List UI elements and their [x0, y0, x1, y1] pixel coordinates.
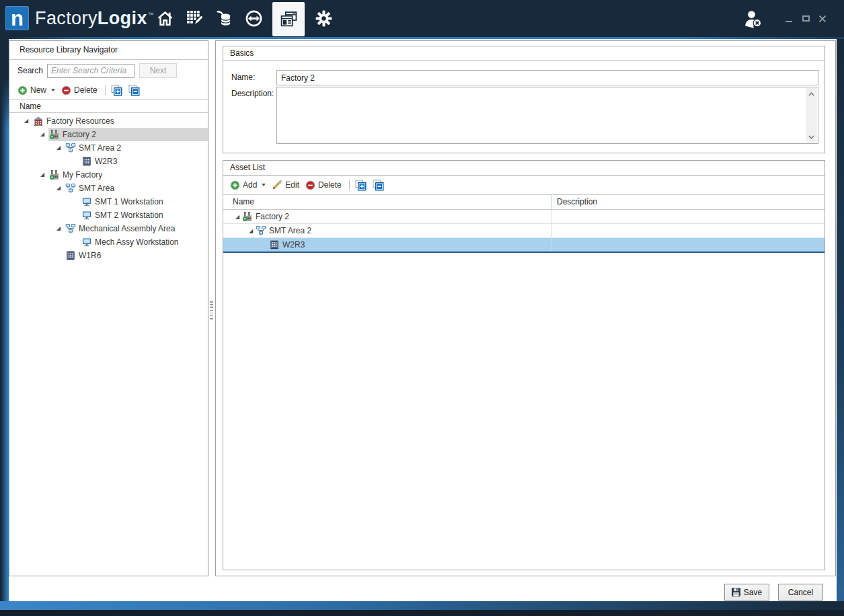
- maximize-button[interactable]: [801, 12, 810, 26]
- delete-minus-icon: [305, 180, 315, 190]
- tree-item-content: Factory 2: [48, 128, 208, 141]
- collapse-all-button[interactable]: [373, 180, 384, 191]
- edit-button[interactable]: Edit: [272, 180, 299, 190]
- delete-minus-icon: [61, 85, 71, 95]
- tree-expander-icon[interactable]: ◢: [246, 228, 256, 234]
- scroll-down-button[interactable]: [806, 131, 817, 143]
- window-border-left: [0, 39, 9, 601]
- asset-row-factory-2[interactable]: ◢Factory 2: [223, 210, 824, 224]
- tree-item-my-factory[interactable]: ◢My Factory: [9, 168, 208, 182]
- tree-expander-icon[interactable]: ◢: [52, 182, 65, 195]
- area-icon: [65, 223, 76, 234]
- nav-home-button[interactable]: [154, 2, 176, 36]
- new-button[interactable]: New: [17, 85, 55, 95]
- cancel-button-label: Cancel: [788, 588, 813, 597]
- tree-expander-icon[interactable]: ◢: [233, 214, 242, 220]
- nav-materials-button[interactable]: [213, 2, 235, 36]
- tree-item-content: Factory Resources: [32, 114, 208, 128]
- tree-item-label: Factory 2: [63, 130, 96, 139]
- tree-expander-icon[interactable]: ◢: [52, 222, 65, 235]
- tree-expander-icon[interactable]: ◢: [36, 128, 48, 141]
- tree-item-w2r3[interactable]: W2R3: [9, 155, 208, 168]
- tree-item-smt-1-workstation[interactable]: SMT 1 Workstation: [9, 195, 208, 208]
- tree-item-content: My Factory: [48, 168, 208, 182]
- nav-settings-button[interactable]: [313, 2, 334, 36]
- tree-item-mech-assy-workstation[interactable]: Mech Assy Workstation: [9, 235, 208, 249]
- asset-name-label: Factory 2: [256, 212, 289, 221]
- asset-name-cell: W2R3: [223, 238, 552, 252]
- asset-name-label: W2R3: [282, 240, 305, 249]
- delete-button[interactable]: Delete: [61, 85, 98, 95]
- tree-indent: [9, 188, 52, 189]
- tree-item-mechanical-assembly-area[interactable]: ◢Mechanical Assembly Area: [9, 222, 208, 235]
- tree-item-content: SMT Area 2: [65, 141, 208, 155]
- design-icon: [186, 9, 204, 28]
- tree-item-content: SMT Area: [65, 182, 208, 195]
- logo-letter: n: [11, 8, 24, 29]
- asset-row-smt-area-2[interactable]: ◢SMT Area 2: [223, 224, 824, 238]
- save-button-label: Save: [744, 588, 762, 597]
- delete-button[interactable]: Delete: [305, 180, 342, 190]
- resources-icon: [280, 10, 298, 28]
- nav-resources-button[interactable]: [272, 2, 305, 36]
- machine-icon: [65, 250, 76, 261]
- column-header-name[interactable]: Name: [223, 195, 552, 209]
- tree-expander-icon[interactable]: ◢: [36, 168, 48, 182]
- tree-item-smt-area[interactable]: ◢SMT Area: [9, 182, 208, 195]
- window-border-right: [837, 39, 844, 601]
- nav-design-button[interactable]: [184, 2, 205, 36]
- column-header-description[interactable]: Description: [552, 195, 824, 209]
- app-title: FactoryLogix™: [35, 0, 154, 37]
- building-icon: [33, 116, 44, 126]
- tree-column-header[interactable]: Name: [9, 99, 208, 113]
- tree-item-smt-area-2[interactable]: ◢SMT Area 2: [9, 141, 208, 155]
- name-field[interactable]: [276, 70, 818, 85]
- user-logout-icon[interactable]: [743, 9, 763, 28]
- titlebar: n FactoryLogix™: [0, 0, 844, 37]
- basics-title: Basics: [223, 46, 824, 61]
- scroll-up-button[interactable]: [806, 88, 817, 100]
- collapse-all-button[interactable]: [128, 85, 140, 96]
- tree-expander-icon[interactable]: ◢: [20, 114, 32, 128]
- collapse-all-icon: [373, 180, 384, 191]
- tree-indent: [9, 175, 36, 176]
- panel-splitter[interactable]: [210, 301, 213, 319]
- content-area: Resource Library Navigator Search Next N…: [9, 39, 837, 601]
- description-field[interactable]: [276, 87, 818, 144]
- asset-row-w2r3[interactable]: W2R3: [223, 238, 824, 253]
- asset-name-label: SMT Area 2: [269, 226, 311, 235]
- search-input[interactable]: [47, 64, 135, 78]
- save-button[interactable]: Save: [724, 584, 769, 601]
- asset-description-cell: [552, 210, 824, 223]
- area-icon: [256, 225, 266, 236]
- tree-indent: [9, 229, 52, 229]
- tree-item-label: Mechanical Assembly Area: [79, 224, 175, 233]
- tree-indent: [9, 242, 69, 243]
- nav-production-button[interactable]: [243, 2, 264, 36]
- navigator-toolbar: New Delete: [9, 81, 208, 99]
- asset-name-cell: ◢SMT Area 2: [223, 224, 552, 237]
- tree-item-factory-2[interactable]: ◢Factory 2: [9, 128, 208, 141]
- tree-indent: [9, 215, 69, 216]
- settings-icon: [315, 9, 333, 28]
- cancel-button[interactable]: Cancel: [778, 584, 823, 601]
- expand-all-button[interactable]: [355, 180, 367, 191]
- tree-item-factory-resources[interactable]: ◢Factory Resources: [9, 114, 208, 128]
- tree-item-w1r6[interactable]: W1R6: [9, 249, 208, 262]
- minimize-button[interactable]: [784, 12, 794, 26]
- expand-all-button[interactable]: [111, 85, 122, 96]
- tree-item-label: SMT Area: [79, 184, 114, 193]
- tree-item-smt-2-workstation[interactable]: SMT 2 Workstation: [9, 208, 208, 222]
- next-button[interactable]: Next: [139, 63, 177, 78]
- asset-toolbar: Add Edit Delete: [223, 176, 824, 195]
- description-scrollbar[interactable]: [806, 88, 817, 143]
- asset-description-cell: [552, 238, 824, 252]
- tree-expander-icon[interactable]: ◢: [52, 141, 65, 155]
- home-icon: [156, 9, 174, 28]
- brand-factory: Factory: [35, 8, 98, 29]
- add-button[interactable]: Add: [230, 180, 266, 190]
- asset-list-groupbox: Asset List Add Edit Delete: [223, 160, 825, 570]
- search-row: Search Next: [9, 60, 208, 81]
- close-button[interactable]: [818, 12, 827, 26]
- resource-library-navigator-panel: Resource Library Navigator Search Next N…: [9, 40, 208, 576]
